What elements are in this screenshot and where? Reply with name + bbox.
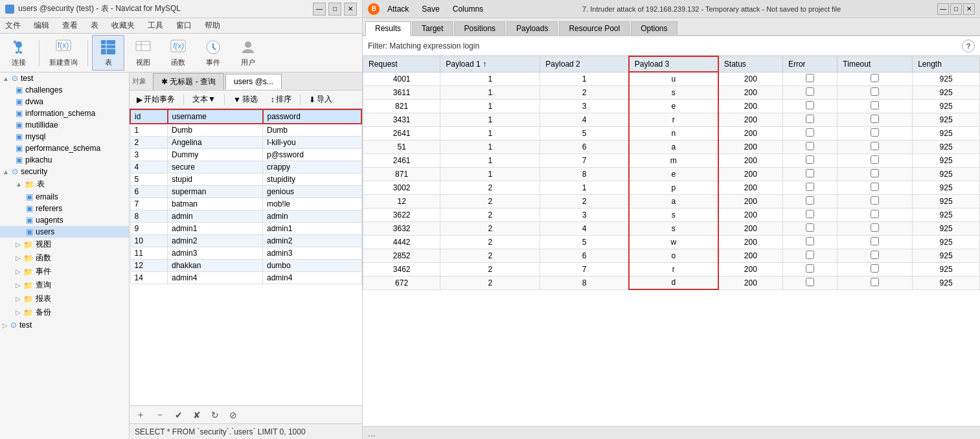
attack-cell-timeout[interactable]	[838, 153, 913, 167]
attack-cell-timeout[interactable]	[838, 221, 913, 235]
attack-cell-timeout[interactable]	[838, 249, 913, 262]
timeout-checkbox[interactable]	[871, 264, 879, 273]
timeout-checkbox[interactable]	[871, 278, 879, 286]
error-checkbox[interactable]	[806, 210, 814, 218]
timeout-checkbox[interactable]	[871, 169, 879, 177]
sidebar-item-reports-folder[interactable]: ▷ 📁 报表	[0, 292, 129, 306]
attack-cell-error[interactable]	[782, 140, 837, 153]
attack-table-row[interactable]: 300221p200925	[363, 181, 980, 194]
col-header-timeout[interactable]: Timeout	[838, 56, 913, 72]
timeout-checkbox[interactable]	[871, 101, 879, 109]
error-checkbox[interactable]	[806, 115, 814, 123]
burp-tab-target[interactable]: Target	[412, 21, 453, 35]
minimize-button[interactable]: —	[313, 3, 326, 16]
attack-cell-timeout[interactable]	[838, 235, 913, 249]
sidebar-item-uagents[interactable]: ▣ uagents	[0, 214, 129, 226]
table-row[interactable]: 9admin1admin1	[130, 223, 361, 235]
attack-table-row[interactable]: 87118e200925	[363, 167, 980, 181]
toolbar-query[interactable]: f(x) 新建查询	[43, 35, 84, 71]
attack-cell-error[interactable]	[782, 276, 837, 289]
sidebar-item-functions-folder[interactable]: ▷ 📁 函数	[0, 251, 129, 265]
col-header-payload1[interactable]: Payload 1 ↑	[440, 56, 540, 72]
sidebar-item-pikachu[interactable]: ▣ pikachu	[0, 154, 129, 166]
burp-tab-resource-pool[interactable]: Resource Pool	[559, 21, 630, 35]
attack-table-row[interactable]: 363224s200925	[363, 221, 980, 235]
tick-btn[interactable]: ✔	[171, 409, 187, 422]
table-row[interactable]: 10admin2admin2	[130, 235, 361, 247]
menu-file[interactable]: 文件	[3, 19, 23, 32]
col-header-error[interactable]: Error	[782, 56, 837, 72]
col-header-password[interactable]: password	[263, 109, 361, 124]
sidebar-item-security[interactable]: ▲ ⊙ security	[0, 166, 129, 177]
timeout-checkbox[interactable]	[871, 142, 879, 150]
attack-table-row[interactable]: 285226o200925	[363, 249, 980, 262]
col-header-status[interactable]: Status	[718, 56, 783, 72]
tab-untitled-query[interactable]: ✱ 无标题 - 查询	[153, 73, 224, 90]
attack-cell-timeout[interactable]	[838, 85, 913, 99]
timeout-checkbox[interactable]	[871, 74, 879, 82]
attack-cell-timeout[interactable]	[838, 262, 913, 276]
col-header-request[interactable]: Request	[363, 56, 440, 72]
attack-cell-timeout[interactable]	[838, 181, 913, 194]
menu-table[interactable]: 表	[88, 19, 101, 32]
error-checkbox[interactable]	[806, 101, 814, 109]
attack-cell-timeout[interactable]	[838, 167, 913, 181]
attack-cell-error[interactable]	[782, 99, 837, 113]
burp-tab-options[interactable]: Options	[631, 21, 677, 35]
attack-table-row[interactable]: 361112s200925	[363, 85, 980, 99]
attack-cell-error[interactable]	[782, 113, 837, 126]
close-button[interactable]: ✕	[344, 3, 357, 16]
timeout-checkbox[interactable]	[871, 128, 879, 137]
timeout-checkbox[interactable]	[871, 223, 879, 232]
burp-maximize-btn[interactable]: □	[950, 3, 962, 15]
timeout-checkbox[interactable]	[871, 87, 879, 96]
sidebar-item-queries-folder[interactable]: ▷ 📁 查询	[0, 278, 129, 292]
timeout-checkbox[interactable]	[871, 210, 879, 218]
burp-tab-positions[interactable]: Positions	[454, 21, 505, 35]
menu-view[interactable]: 查看	[60, 19, 80, 32]
help-button[interactable]: ?	[962, 39, 975, 52]
burp-tab-results[interactable]: Results	[365, 21, 411, 36]
burp-menu-attack[interactable]: Attack	[385, 3, 411, 15]
sidebar-item-emails[interactable]: ▣ emails	[0, 191, 129, 203]
error-checkbox[interactable]	[806, 128, 814, 137]
menu-window[interactable]: 窗口	[174, 19, 194, 32]
table-row[interactable]: 7batmanmob!le	[130, 198, 361, 210]
attack-cell-timeout[interactable]	[838, 140, 913, 153]
error-checkbox[interactable]	[806, 169, 814, 177]
attack-cell-error[interactable]	[782, 235, 837, 249]
menu-favorites[interactable]: 收藏夹	[109, 19, 137, 32]
attack-cell-timeout[interactable]	[838, 72, 913, 85]
error-checkbox[interactable]	[806, 237, 814, 245]
sidebar-item-events-folder[interactable]: ▷ 📁 事件	[0, 265, 129, 278]
begin-transaction-btn[interactable]: ▶ 开始事务	[132, 92, 179, 107]
import-btn[interactable]: ⬇ 导入	[304, 92, 337, 107]
attack-cell-timeout[interactable]	[838, 99, 913, 113]
attack-cell-error[interactable]	[782, 262, 837, 276]
table-row[interactable]: 14admin4admin4	[130, 272, 361, 284]
toolbar-function[interactable]: f(x) 函数	[162, 35, 194, 71]
toolbar-event[interactable]: 事件	[197, 35, 229, 71]
attack-table-row[interactable]: 362223s200925	[363, 208, 980, 221]
timeout-checkbox[interactable]	[871, 251, 879, 259]
burp-menu-save[interactable]: Save	[419, 3, 442, 15]
toolbar-user[interactable]: 用户	[232, 35, 264, 71]
tab-users-table[interactable]: users @s...	[225, 74, 282, 89]
filter-btn[interactable]: ▼ 筛选	[229, 92, 262, 107]
sidebar-item-mutillidae[interactable]: ▣ mutillidae	[0, 119, 129, 131]
timeout-checkbox[interactable]	[871, 155, 879, 164]
error-checkbox[interactable]	[806, 142, 814, 150]
attack-table-row[interactable]: 264115n200925	[363, 126, 980, 140]
attack-table-row[interactable]: 343114r200925	[363, 113, 980, 126]
attack-cell-error[interactable]	[782, 126, 837, 140]
error-checkbox[interactable]	[806, 278, 814, 286]
col-header-payload2[interactable]: Payload 2	[540, 56, 629, 72]
attack-cell-error[interactable]	[782, 208, 837, 221]
error-checkbox[interactable]	[806, 87, 814, 96]
attack-cell-timeout[interactable]	[838, 113, 913, 126]
attack-cell-error[interactable]	[782, 167, 837, 181]
table-row[interactable]: 8adminadmin	[130, 210, 361, 223]
sidebar-item-test2[interactable]: ▷ ⊙ test	[0, 319, 129, 331]
toolbar-connect[interactable]: 连接	[3, 35, 35, 71]
sidebar-item-views-folder[interactable]: ▷ 📁 视图	[0, 238, 129, 251]
